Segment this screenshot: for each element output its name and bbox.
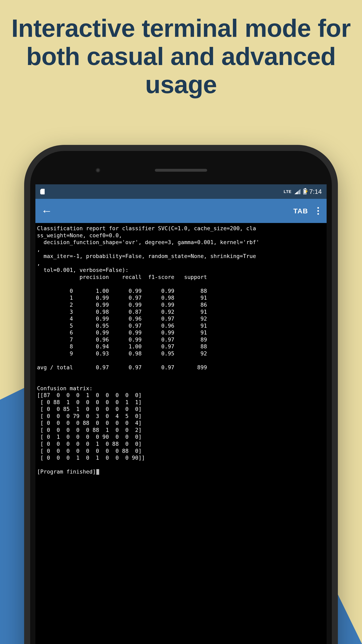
promo-headline: Interactive terminal mode for both casua… xyxy=(0,0,362,98)
phone-frame: LTE ⚡ 7:14 ← TAB Classification report f… xyxy=(24,145,338,644)
sd-card-icon xyxy=(40,189,45,194)
terminal-output[interactable]: Classification report for classifier SVC… xyxy=(35,223,327,644)
app-bar: ← TAB xyxy=(35,199,327,223)
camera-icon xyxy=(96,168,100,172)
cursor-icon xyxy=(96,469,99,475)
back-button[interactable]: ← xyxy=(41,205,52,216)
overflow-menu-button[interactable] xyxy=(315,206,321,216)
charging-icon: ⚡ xyxy=(304,190,309,193)
tab-button[interactable]: TAB xyxy=(293,207,308,215)
battery-icon: ⚡ xyxy=(303,189,307,194)
speaker-icon xyxy=(155,169,207,172)
phone-screen: LTE ⚡ 7:14 ← TAB Classification report f… xyxy=(35,184,327,644)
clock-time: 7:14 xyxy=(309,188,322,196)
status-bar: LTE ⚡ 7:14 xyxy=(35,184,327,199)
terminal-text: Classification report for classifier SVC… xyxy=(37,225,259,475)
network-lte-label: LTE xyxy=(284,190,291,194)
phone-bezel xyxy=(35,156,327,184)
signal-icon xyxy=(295,189,301,194)
